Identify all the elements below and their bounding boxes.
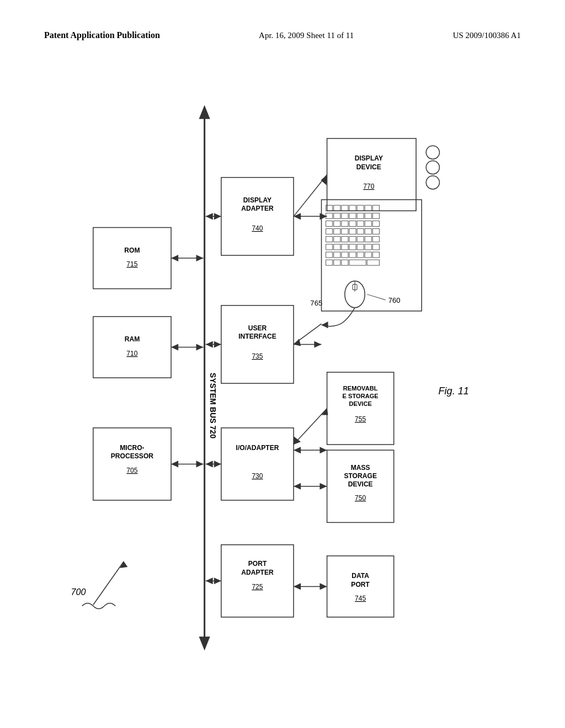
- svg-text:STORAGE: STORAGE: [344, 472, 377, 480]
- svg-rect-67: [334, 205, 340, 211]
- svg-marker-14: [171, 255, 178, 261]
- svg-rect-105: [357, 244, 364, 250]
- svg-marker-135: [294, 213, 301, 220]
- svg-line-123: [367, 295, 385, 300]
- svg-text:I/O/ADAPTER: I/O/ADAPTER: [236, 444, 279, 452]
- svg-marker-55: [294, 483, 301, 490]
- svg-text:725: 725: [252, 583, 263, 591]
- patent-number: US 2009/100386 A1: [453, 31, 521, 40]
- svg-rect-97: [349, 237, 356, 242]
- svg-marker-122: [322, 322, 328, 328]
- display-adapter-box: [221, 178, 294, 255]
- svg-rect-115: [326, 260, 333, 265]
- removable-storage-box: [327, 372, 394, 445]
- svg-text:PROCESSOR: PROCESSOR: [111, 452, 154, 460]
- svg-text:DISPLAY: DISPLAY: [355, 154, 383, 162]
- keyboard-label: 765: [310, 299, 322, 307]
- svg-rect-101: [326, 244, 333, 250]
- svg-rect-109: [334, 252, 340, 258]
- svg-rect-96: [342, 237, 348, 242]
- rom-box: [93, 228, 171, 289]
- microprocessor-label: MICRO-: [120, 444, 144, 452]
- svg-text:RAM: RAM: [125, 335, 140, 343]
- ram-box: [93, 317, 171, 378]
- svg-rect-89: [342, 229, 348, 234]
- svg-rect-69: [349, 205, 356, 211]
- svg-rect-74: [334, 213, 340, 218]
- svg-rect-77: [357, 213, 364, 218]
- svg-marker-42: [206, 213, 213, 220]
- svg-rect-75: [342, 213, 348, 218]
- svg-text:DISPLAY: DISPLAY: [243, 196, 271, 204]
- fig-label: Fig. 11: [438, 386, 469, 397]
- svg-text:REMOVABL: REMOVABL: [343, 385, 378, 392]
- svg-rect-95: [334, 237, 340, 242]
- svg-text:730: 730: [252, 472, 263, 480]
- svg-line-0: [93, 561, 124, 605]
- svg-rect-111: [349, 252, 356, 258]
- svg-marker-18: [196, 344, 204, 350]
- svg-rect-92: [365, 229, 371, 234]
- svg-rect-78: [365, 213, 371, 218]
- svg-rect-72: [372, 205, 379, 211]
- svg-rect-90: [349, 229, 356, 234]
- svg-marker-125: [314, 341, 321, 347]
- svg-rect-93: [372, 229, 379, 234]
- svg-marker-3: [199, 105, 210, 119]
- display-circle-3: [426, 176, 439, 189]
- svg-rect-80: [326, 221, 333, 226]
- svg-rect-91: [357, 229, 364, 234]
- microprocessor-box: [93, 428, 171, 500]
- svg-text:DATA: DATA: [351, 572, 369, 580]
- svg-marker-36: [206, 341, 213, 347]
- svg-rect-117: [342, 260, 348, 265]
- svg-rect-98: [357, 237, 364, 242]
- svg-marker-8: [196, 461, 204, 467]
- svg-marker-41: [214, 213, 221, 220]
- svg-rect-114: [372, 252, 379, 258]
- svg-marker-54: [320, 483, 327, 490]
- svg-marker-61: [322, 409, 328, 415]
- svg-marker-25: [206, 577, 213, 584]
- svg-text:755: 755: [355, 415, 366, 423]
- port-adapter-box: [221, 545, 294, 617]
- svg-text:745: 745: [355, 595, 366, 602]
- svg-rect-76: [349, 213, 356, 218]
- svg-rect-70: [357, 205, 364, 211]
- display-circle-1: [426, 146, 439, 159]
- svg-marker-19: [171, 344, 178, 350]
- svg-text:715: 715: [126, 260, 137, 268]
- io-adapter-box: [221, 428, 294, 500]
- svg-text:750: 750: [355, 494, 366, 502]
- svg-rect-68: [342, 205, 348, 211]
- svg-rect-107: [372, 244, 379, 250]
- system-bus-label: SYSTEM BUS 720: [209, 373, 217, 438]
- svg-rect-71: [365, 205, 371, 211]
- svg-rect-112: [357, 252, 364, 258]
- svg-rect-102: [334, 244, 340, 250]
- svg-rect-99: [365, 237, 371, 242]
- svg-marker-24: [214, 577, 221, 584]
- svg-rect-82: [342, 221, 348, 226]
- svg-marker-35: [214, 341, 221, 347]
- svg-text:ADAPTER: ADAPTER: [241, 569, 274, 576]
- svg-marker-13: [196, 255, 204, 261]
- svg-marker-29: [214, 461, 221, 467]
- svg-text:735: 735: [252, 352, 263, 360]
- svg-text:PORT: PORT: [248, 560, 267, 568]
- svg-rect-84: [357, 221, 364, 226]
- svg-text:USER: USER: [248, 324, 267, 332]
- svg-text:740: 740: [252, 224, 263, 232]
- svg-rect-103: [342, 244, 348, 250]
- svg-rect-83: [349, 221, 356, 226]
- svg-rect-88: [334, 229, 340, 234]
- svg-rect-106: [365, 244, 371, 250]
- svg-text:710: 710: [126, 350, 137, 357]
- svg-marker-65: [294, 447, 301, 453]
- svg-text:INTERFACE: INTERFACE: [238, 333, 276, 340]
- sheet-info: Apr. 16, 2009 Sheet 11 of 11: [259, 31, 354, 40]
- svg-text:770: 770: [363, 183, 374, 190]
- svg-rect-119: [367, 260, 379, 265]
- mouse-number-label: 760: [388, 296, 401, 304]
- svg-rect-79: [372, 213, 379, 218]
